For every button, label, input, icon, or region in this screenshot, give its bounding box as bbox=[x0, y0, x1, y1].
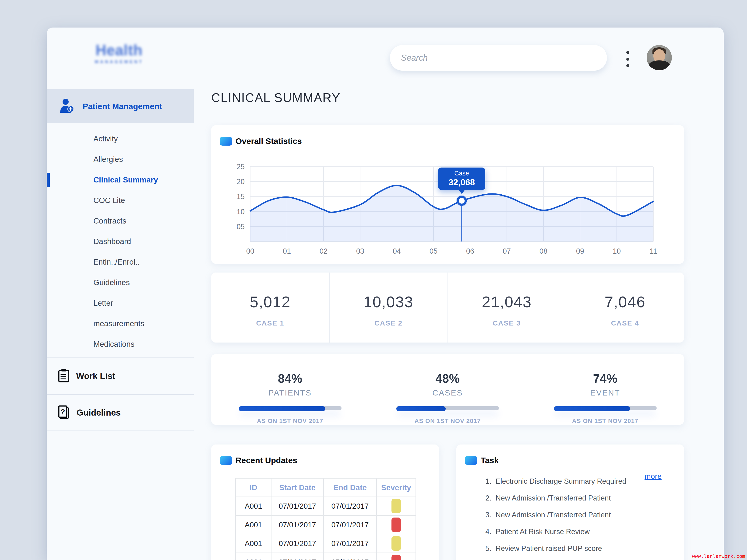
sidebar-item-label: Allergies bbox=[93, 155, 123, 164]
svg-text:05: 05 bbox=[430, 247, 437, 255]
column-header: ID bbox=[235, 478, 271, 497]
user-avatar[interactable] bbox=[647, 45, 672, 70]
sidebar-item-activity[interactable]: Activity bbox=[47, 129, 194, 149]
sidebar-nav: ActivityAllergiesClinical SummaryCOC Lit… bbox=[47, 129, 194, 354]
table-cell: 07/01/2017 bbox=[324, 534, 377, 553]
clipboard-icon bbox=[58, 369, 70, 383]
task-item[interactable]: 4.Patient At Risk Nurse Review bbox=[482, 523, 626, 540]
recent-updates-card: Recent Updates IDStart DateEnd DateSever… bbox=[211, 445, 439, 560]
progress-percent: 48% bbox=[435, 371, 460, 385]
sidebar-item-letter[interactable]: Letter bbox=[47, 293, 194, 313]
table-cell: A001 bbox=[235, 534, 271, 553]
progress-label: CASES bbox=[432, 388, 463, 397]
sidebar-item-contracts[interactable]: Contracts bbox=[47, 211, 194, 231]
table-cell: 07/01/2017 bbox=[324, 515, 377, 534]
table-cell: 07/01/2017 bbox=[271, 534, 324, 553]
sidebar-item-measurements[interactable]: measurements bbox=[47, 313, 194, 334]
svg-text:01: 01 bbox=[283, 247, 291, 255]
column-header: Severity bbox=[377, 478, 416, 497]
svg-text:02: 02 bbox=[319, 247, 328, 255]
svg-text:08: 08 bbox=[539, 247, 547, 255]
svg-text:?: ? bbox=[60, 408, 65, 416]
table-cell: 07/01/2017 bbox=[324, 553, 377, 560]
task-number: 5. bbox=[482, 544, 491, 553]
table-cell: A001 bbox=[235, 515, 271, 534]
progress-caption: AS ON 1ST NOV 2017 bbox=[572, 418, 639, 425]
card-header: Task bbox=[465, 456, 499, 465]
svg-text:10: 10 bbox=[237, 208, 244, 216]
sidebar-section-patient-management[interactable]: Patient Management bbox=[47, 89, 194, 123]
task-number: 2. bbox=[482, 494, 491, 502]
svg-text:20: 20 bbox=[237, 178, 244, 186]
severity-badge bbox=[391, 499, 401, 513]
progress-bar-fill bbox=[554, 406, 630, 411]
progress-label: PATIENTS bbox=[268, 388, 312, 397]
table-cell: 07/01/2017 bbox=[324, 497, 377, 515]
progress-stat: 84%PATIENTSAS ON 1ST NOV 2017 bbox=[211, 354, 369, 425]
sidebar-item-entln-enrol-[interactable]: Entln../Enrol.. bbox=[47, 252, 194, 272]
sidebar-item-label: measurements bbox=[93, 319, 144, 328]
progress-label: EVENT bbox=[590, 388, 620, 397]
task-item[interactable]: 2.New Admission /Transferred Patient bbox=[482, 490, 626, 507]
table-row[interactable]: A00107/01/201707/01/2017 bbox=[235, 497, 416, 515]
task-item[interactable]: 5.Review Patient raised PUP score bbox=[482, 540, 626, 557]
table-row[interactable]: A00107/01/201707/01/2017 bbox=[235, 534, 416, 553]
sidebar-item-label: Work List bbox=[76, 371, 115, 381]
task-number: 3. bbox=[482, 511, 491, 519]
sidebar-item-label: Clinical Summary bbox=[93, 176, 158, 184]
search-bar[interactable] bbox=[390, 45, 607, 71]
sidebar-item-coc-lite[interactable]: COC Lite bbox=[47, 190, 194, 211]
document-question-icon: ? bbox=[58, 405, 70, 421]
task-item[interactable]: 3.New Admission /Transferred Patient bbox=[482, 507, 626, 523]
severity-badge bbox=[391, 536, 401, 551]
task-number: 4. bbox=[482, 528, 491, 536]
logo-subtext: MANAGEMENT bbox=[84, 59, 154, 64]
severity-badge bbox=[391, 517, 401, 532]
task-text: Review Patient raised PUP score bbox=[496, 544, 602, 553]
sidebar-item-allergies[interactable]: Allergies bbox=[47, 149, 194, 170]
progress-percent: 84% bbox=[278, 371, 302, 385]
table-row[interactable]: A00107/01/201707/01/2017 bbox=[235, 553, 416, 560]
severity-cell bbox=[377, 553, 416, 560]
task-text: Electronic Discharge Summary Required bbox=[496, 477, 626, 485]
tooltip-label: Case bbox=[438, 170, 485, 177]
table-header-row: IDStart DateEnd DateSeverity bbox=[235, 478, 416, 497]
tooltip-value: 32,068 bbox=[438, 178, 485, 187]
case-stat: 21,043CASE 3 bbox=[447, 272, 566, 343]
sidebar-divider bbox=[47, 430, 194, 431]
sidebar-section-label: Patient Management bbox=[83, 102, 162, 111]
table-row[interactable]: A00107/01/201707/01/2017 bbox=[235, 515, 416, 534]
progress-bar bbox=[239, 406, 341, 410]
task-list: 1.Electronic Discharge Summary Required2… bbox=[482, 473, 626, 557]
search-input[interactable] bbox=[401, 53, 596, 63]
task-item[interactable]: 1.Electronic Discharge Summary Required bbox=[482, 473, 626, 490]
case-stat-label: CASE 1 bbox=[211, 319, 329, 327]
sidebar-item-work-list[interactable]: Work List bbox=[47, 357, 194, 394]
column-header: End Date bbox=[324, 478, 377, 497]
case-stat-label: CASE 2 bbox=[330, 319, 447, 327]
column-header: Start Date bbox=[271, 478, 324, 497]
sidebar-item-guidelines[interactable]: Guidelines bbox=[47, 272, 194, 293]
severity-cell bbox=[377, 534, 416, 553]
sidebar-item-label: Activity bbox=[93, 134, 118, 143]
svg-text:11: 11 bbox=[650, 247, 657, 255]
sidebar-item-label: Contracts bbox=[93, 216, 126, 225]
sidebar-item-medications[interactable]: Medications bbox=[47, 334, 194, 354]
section-title: Recent Updates bbox=[235, 456, 298, 465]
section-marker-icon bbox=[220, 456, 232, 465]
case-stat-value: 5,012 bbox=[211, 293, 329, 311]
case-stat: 7,046CASE 4 bbox=[566, 272, 684, 343]
recent-updates-table: IDStart DateEnd DateSeverity A00107/01/2… bbox=[235, 478, 416, 560]
sidebar-item-guidelines[interactable]: ? Guidelines bbox=[47, 394, 194, 430]
progress-stats-card: 84%PATIENTSAS ON 1ST NOV 201748%CASESAS … bbox=[211, 354, 684, 425]
task-text: Patient At Risk Nurse Review bbox=[496, 528, 590, 536]
sidebar-item-dashboard[interactable]: Dashboard bbox=[47, 231, 194, 252]
sidebar-item-label: Entln../Enrol.. bbox=[93, 258, 139, 266]
sidebar-item-label: COC Lite bbox=[93, 196, 125, 205]
kebab-menu-icon[interactable] bbox=[622, 51, 633, 67]
sidebar-item-clinical-summary[interactable]: Clinical Summary bbox=[47, 170, 194, 190]
more-link[interactable]: more bbox=[645, 472, 662, 481]
svg-text:00: 00 bbox=[246, 247, 254, 255]
svg-text:05: 05 bbox=[237, 222, 244, 231]
line-chart[interactable]: 0510152025000102030405060708091011 bbox=[211, 125, 684, 264]
